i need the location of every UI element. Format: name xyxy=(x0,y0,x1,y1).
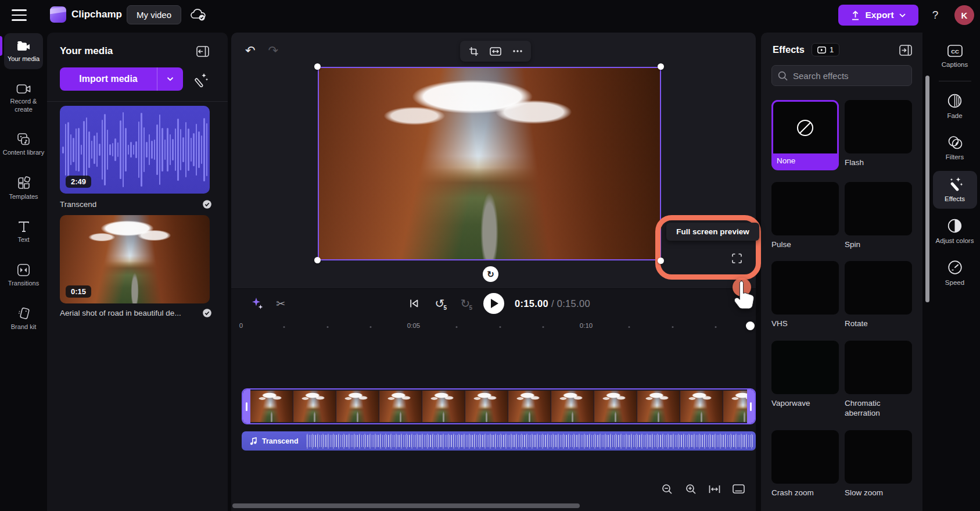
split-scissors-icon[interactable]: ✂ xyxy=(272,295,289,312)
import-options-caret[interactable] xyxy=(157,67,183,91)
effect-tile-chromatic-aberration[interactable]: Chromatic aberration xyxy=(845,341,912,419)
sidebar-item-brand-kit[interactable]: Brand kit xyxy=(0,301,47,337)
tool-captions[interactable]: CC Captions xyxy=(933,40,977,74)
selection-handle-tl[interactable] xyxy=(314,63,321,70)
clip-filmstrip xyxy=(250,391,747,422)
ai-sparkle-icon[interactable] xyxy=(249,295,266,312)
skip-to-start-icon[interactable] xyxy=(407,296,422,311)
import-media-button[interactable]: Import media xyxy=(60,67,183,91)
left-sidebar: Your media Record & create Content libra… xyxy=(0,30,47,511)
crop-icon[interactable] xyxy=(464,43,483,59)
effect-tile-none[interactable]: None xyxy=(771,100,839,170)
clip-frame-thumbnail xyxy=(336,391,379,422)
audio-track-name: Transcend xyxy=(262,437,299,445)
sidebar-item-content-library[interactable]: Content library xyxy=(0,127,47,163)
timeline-zoom-controls xyxy=(656,479,749,499)
zoom-in-icon[interactable] xyxy=(680,479,701,499)
collapse-effects-icon[interactable] xyxy=(897,42,914,58)
trim-handle-right[interactable] xyxy=(747,389,755,423)
ruler-label: 0:05 xyxy=(407,322,420,329)
ruler-tick xyxy=(283,326,285,328)
effect-label: Chromatic aberration xyxy=(845,398,912,419)
redo-icon[interactable]: ↷ xyxy=(268,44,279,56)
tool-fade[interactable]: Fade xyxy=(933,88,977,125)
playhead[interactable] xyxy=(746,321,755,330)
sidebar-item-your-media[interactable]: Your media xyxy=(4,33,43,69)
slashed-circle-icon xyxy=(795,118,815,138)
audio-track-clip[interactable]: Transcend xyxy=(242,431,756,451)
search-icon xyxy=(778,71,788,81)
effect-tile-spin[interactable]: Spin xyxy=(845,182,912,250)
horizontal-scrollbar[interactable] xyxy=(232,503,580,508)
rewind-5-icon[interactable]: ↺5 xyxy=(432,296,447,311)
duration-badge: 2:49 xyxy=(66,176,91,188)
preview-canvas[interactable] xyxy=(318,67,661,260)
ruler-tick xyxy=(326,326,328,328)
cloud-sync-icon[interactable] xyxy=(189,8,207,23)
effect-label: Crash zoom xyxy=(771,488,839,498)
play-button[interactable] xyxy=(483,293,504,314)
export-button[interactable]: Export xyxy=(838,5,918,26)
effects-scrollbar[interactable] xyxy=(925,76,929,302)
selection-handle-tr[interactable] xyxy=(658,63,664,70)
selection-handle-bl[interactable] xyxy=(314,257,321,263)
undo-icon[interactable]: ↶ xyxy=(245,44,256,56)
help-button[interactable]: ? xyxy=(927,7,943,23)
project-title-button[interactable]: My video xyxy=(127,5,181,24)
ruler-tick xyxy=(542,326,544,328)
sidebar-item-templates[interactable]: Templates xyxy=(0,170,47,207)
effect-thumbnail xyxy=(771,430,839,484)
avatar[interactable]: K xyxy=(954,5,974,25)
effect-thumbnail xyxy=(845,100,912,153)
clip-frame-thumbnail xyxy=(594,391,637,422)
effect-thumbnail xyxy=(845,430,912,484)
fullscreen-button-icon[interactable] xyxy=(727,249,746,267)
tool-adjust-colors[interactable]: Adjust colors xyxy=(933,213,977,250)
effect-thumbnail xyxy=(845,182,912,235)
sidebar-item-label: Brand kit xyxy=(11,323,36,331)
video-track-clip[interactable] xyxy=(242,388,756,424)
magic-wand-icon[interactable] xyxy=(191,71,210,88)
sidebar-item-label: Content library xyxy=(3,149,45,157)
tool-filters[interactable]: Filters xyxy=(933,130,977,166)
rotate-handle-icon[interactable]: ↻ xyxy=(483,266,498,282)
media-item-audio[interactable]: 2:49 xyxy=(60,106,210,194)
clipchamp-logo-icon xyxy=(50,6,66,23)
effect-tile-crash-zoom[interactable]: Crash zoom xyxy=(771,430,839,498)
trim-handle-left[interactable] xyxy=(243,389,250,423)
aspect-ratio-icon[interactable] xyxy=(486,43,505,59)
tool-speed[interactable]: Speed xyxy=(933,255,977,292)
menu-icon[interactable] xyxy=(9,8,29,22)
effect-tile-flash[interactable]: Flash xyxy=(845,100,912,170)
timeline-ruler[interactable]: 00:050:10 xyxy=(231,320,756,333)
timeline-view-icon[interactable] xyxy=(728,479,749,499)
zoom-out-icon[interactable] xyxy=(656,479,677,499)
effect-tile-rotate[interactable]: Rotate xyxy=(845,261,912,329)
duration-badge: 0:15 xyxy=(66,285,91,298)
adjust-colors-icon xyxy=(947,219,962,233)
sidebar-item-record-create[interactable]: Record & create xyxy=(0,77,47,120)
collapse-panel-icon[interactable] xyxy=(194,43,211,59)
media-item-video[interactable]: 0:15 xyxy=(60,215,210,303)
sidebar-item-transitions[interactable]: Transitions xyxy=(0,258,47,294)
sidebar-item-text[interactable]: Text xyxy=(0,215,47,250)
current-time: 0:15.00 xyxy=(515,298,548,309)
total-time: 0:15.00 xyxy=(557,298,590,309)
zoom-fit-icon[interactable] xyxy=(704,479,725,499)
app-name: Clipchamp xyxy=(71,9,122,20)
effect-tile-vaporwave[interactable]: Vaporwave xyxy=(771,341,839,419)
top-bar: Clipchamp My video Export ? K xyxy=(0,0,980,30)
effect-tile-pulse[interactable]: Pulse xyxy=(771,182,839,250)
applied-effects-badge[interactable]: 1 xyxy=(812,43,839,56)
selection-handle-br[interactable] xyxy=(658,258,664,264)
text-icon xyxy=(17,220,30,233)
check-circle-icon xyxy=(202,199,212,209)
effect-tile-slow-zoom[interactable]: Slow zoom xyxy=(845,430,912,498)
effects-panel-title: Effects xyxy=(773,44,805,55)
effect-label: Pulse xyxy=(771,240,839,250)
more-options-icon[interactable] xyxy=(508,43,527,59)
search-effects-input[interactable] xyxy=(793,71,898,81)
tool-effects[interactable]: Effects xyxy=(933,171,977,208)
forward-5-icon[interactable]: ↻5 xyxy=(458,296,473,311)
effect-tile-vhs[interactable]: VHS xyxy=(771,261,839,329)
